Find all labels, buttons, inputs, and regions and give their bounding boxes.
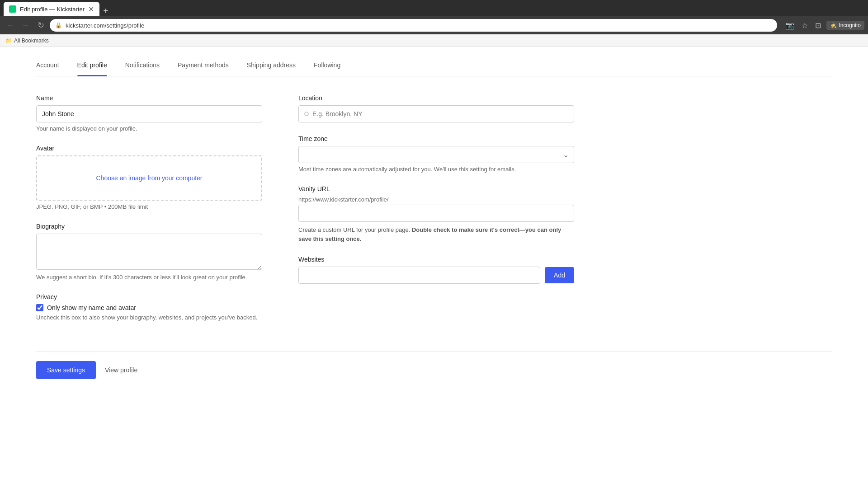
form-footer: Save settings View profile: [36, 352, 832, 388]
avatar-group: Avatar Choose an image from your compute…: [36, 145, 262, 210]
tab-bar: Edit profile — Kickstarter ✕ +: [0, 0, 868, 16]
add-website-button[interactable]: Add: [545, 267, 574, 283]
vanity-hint-normal: Create a custom URL for your profile pag…: [298, 226, 412, 233]
view-profile-link[interactable]: View profile: [105, 366, 137, 374]
avatar-label: Avatar: [36, 145, 262, 152]
url-text: kickstarter.com/settings/profile: [66, 22, 144, 29]
refresh-button[interactable]: ↻: [34, 19, 47, 32]
name-label: Name: [36, 94, 262, 102]
browser-chrome: Edit profile — Kickstarter ✕ + ← → ↻ 🔒 k…: [0, 0, 868, 47]
avatar-upload-area[interactable]: Choose an image from your computer: [36, 155, 262, 201]
save-settings-button[interactable]: Save settings: [36, 361, 96, 379]
biography-textarea[interactable]: [36, 234, 262, 270]
forward-button[interactable]: →: [19, 19, 32, 32]
vanity-url-label: Vanity URL: [298, 185, 574, 192]
address-bar[interactable]: 🔒 kickstarter.com/settings/profile: [50, 19, 777, 32]
camera-icon[interactable]: 📷: [783, 19, 796, 32]
settings-nav: Account Edit profile Notifications Payme…: [36, 47, 832, 76]
browser-actions: 📷 ☆ ⊡ 🕵 Incognito: [783, 19, 864, 32]
bookmarks-bar: 📁 All Bookmarks: [0, 34, 868, 47]
websites-group: Websites Add: [298, 256, 574, 284]
form-right: Location Time zone ⌄ Most time zones are…: [298, 94, 574, 333]
privacy-checkbox-label: Only show my name and avatar: [47, 304, 136, 311]
location-group: Location: [298, 94, 574, 122]
avatar-upload-link[interactable]: Choose an image from your computer: [96, 174, 203, 182]
bookmarks-label: All Bookmarks: [14, 38, 49, 44]
timezone-hint: Most time zones are automatically adjust…: [298, 166, 574, 173]
privacy-checkbox-row: Only show my name and avatar: [36, 304, 262, 311]
biography-label: Biography: [36, 223, 262, 230]
browser-toolbar: ← → ↻ 🔒 kickstarter.com/settings/profile…: [0, 16, 868, 34]
privacy-checkbox[interactable]: [36, 304, 43, 311]
vanity-url-group: Vanity URL https://www.kickstarter.com/p…: [298, 185, 574, 243]
vanity-url-input[interactable]: [298, 205, 574, 222]
location-input-wrapper: [298, 105, 574, 122]
tab-favicon: [9, 5, 16, 13]
back-button[interactable]: ←: [4, 19, 16, 32]
cast-icon[interactable]: ⊡: [813, 19, 823, 32]
websites-row: Add: [298, 267, 574, 284]
location-label: Location: [298, 94, 574, 102]
page-content: Account Edit profile Notifications Payme…: [0, 47, 868, 454]
timezone-select[interactable]: [298, 146, 574, 163]
incognito-label: Incognito: [839, 22, 861, 28]
timezone-label: Time zone: [298, 135, 574, 142]
bookmark-star-icon[interactable]: ☆: [800, 19, 810, 32]
tab-payment-methods[interactable]: Payment methods: [178, 56, 229, 76]
name-group: Name Your name is displayed on your prof…: [36, 94, 262, 132]
name-input[interactable]: [36, 105, 262, 122]
vanity-url-prefix: https://www.kickstarter.com/profile/: [298, 196, 574, 203]
form-area: Name Your name is displayed on your prof…: [36, 76, 832, 352]
tab-title: Edit profile — Kickstarter: [20, 6, 85, 13]
websites-input[interactable]: [298, 267, 540, 284]
incognito-icon: 🕵: [830, 22, 837, 28]
timezone-group: Time zone ⌄ Most time zones are automati…: [298, 135, 574, 173]
location-input[interactable]: [312, 106, 568, 122]
websites-label: Websites: [298, 256, 574, 263]
form-left: Name Your name is displayed on your prof…: [36, 94, 262, 333]
avatar-hint: JPEG, PNG, GIF, or BMP • 200MB file limi…: [36, 203, 262, 210]
name-hint: Your name is displayed on your profile.: [36, 125, 262, 132]
tab-following[interactable]: Following: [314, 56, 340, 76]
privacy-section: Privacy Only show my name and avatar Unc…: [36, 293, 262, 321]
timezone-select-wrapper: ⌄: [298, 146, 574, 163]
bookmarks-folder-icon: 📁: [5, 38, 12, 44]
new-tab-button[interactable]: +: [99, 6, 112, 16]
vanity-url-hint: Create a custom URL for your profile pag…: [298, 225, 574, 243]
lock-icon: 🔒: [55, 22, 62, 28]
biography-hint: We suggest a short bio. If it's 300 char…: [36, 274, 262, 281]
tab-notifications[interactable]: Notifications: [125, 56, 160, 76]
tab-shipping-address[interactable]: Shipping address: [247, 56, 296, 76]
tab-edit-profile[interactable]: Edit profile: [77, 56, 107, 76]
incognito-button[interactable]: 🕵 Incognito: [826, 21, 864, 30]
tab-account[interactable]: Account: [36, 56, 59, 76]
location-dot-icon: [304, 112, 309, 116]
biography-group: Biography We suggest a short bio. If it'…: [36, 223, 262, 281]
tab-close-button[interactable]: ✕: [88, 5, 94, 14]
active-tab[interactable]: Edit profile — Kickstarter ✕: [4, 2, 99, 16]
privacy-hint: Uncheck this box to also show your biogr…: [36, 314, 262, 321]
privacy-label: Privacy: [36, 293, 262, 300]
